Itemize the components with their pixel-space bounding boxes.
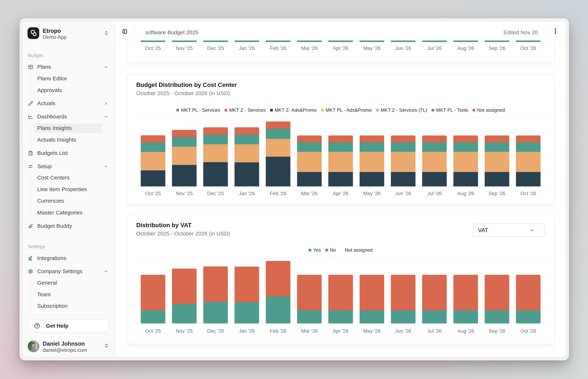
svg-text:Jan '26: Jan '26 xyxy=(239,328,255,334)
svg-text:Oct '25: Oct '25 xyxy=(145,45,161,51)
svg-text:Dec '25: Dec '25 xyxy=(207,190,224,196)
svg-text:Apr '26: Apr '26 xyxy=(333,190,349,196)
svg-text:Nov '25: Nov '25 xyxy=(176,328,193,334)
svg-text:Jan '26: Jan '26 xyxy=(239,45,255,51)
svg-text:Oct '26: Oct '26 xyxy=(520,190,536,196)
svg-text:Jun '26: Jun '26 xyxy=(395,328,411,334)
svg-text:Mar '26: Mar '26 xyxy=(301,328,318,334)
svg-text:Sep '26: Sep '26 xyxy=(488,45,505,51)
svg-text:Aug '26: Aug '26 xyxy=(457,190,474,196)
svg-text:Feb '26: Feb '26 xyxy=(270,190,286,196)
svg-text:Aug '26: Aug '26 xyxy=(457,328,474,334)
svg-text:Oct '26: Oct '26 xyxy=(520,45,536,51)
svg-text:Nov '25: Nov '25 xyxy=(176,190,193,196)
svg-text:Jul '26: Jul '26 xyxy=(427,328,442,334)
svg-text:May '26: May '26 xyxy=(363,328,380,334)
svg-text:Apr '26: Apr '26 xyxy=(333,328,349,334)
svg-text:May '26: May '26 xyxy=(363,45,380,51)
svg-text:Jun '26: Jun '26 xyxy=(395,45,411,51)
svg-text:Jul '26: Jul '26 xyxy=(427,190,442,196)
svg-text:Feb '26: Feb '26 xyxy=(270,328,286,334)
svg-text:May '26: May '26 xyxy=(363,190,380,196)
svg-text:Mar '26: Mar '26 xyxy=(301,45,318,51)
svg-text:Oct '25: Oct '25 xyxy=(145,328,161,334)
svg-text:Jun '26: Jun '26 xyxy=(395,190,411,196)
svg-text:Feb '26: Feb '26 xyxy=(270,45,286,51)
svg-text:Dec '25: Dec '25 xyxy=(207,45,224,51)
svg-text:Nov '25: Nov '25 xyxy=(176,45,193,51)
svg-text:Apr '26: Apr '26 xyxy=(333,45,349,51)
svg-text:Dec '25: Dec '25 xyxy=(207,328,224,334)
svg-text:Jul '26: Jul '26 xyxy=(427,45,442,51)
svg-text:Jan '26: Jan '26 xyxy=(239,190,255,196)
svg-text:Oct '26: Oct '26 xyxy=(520,328,536,334)
svg-text:Mar '26: Mar '26 xyxy=(301,190,318,196)
svg-text:Aug '26: Aug '26 xyxy=(457,45,474,51)
svg-text:Oct '25: Oct '25 xyxy=(145,190,161,196)
svg-text:Sep '26: Sep '26 xyxy=(488,328,505,334)
svg-text:Sep '26: Sep '26 xyxy=(488,190,505,196)
